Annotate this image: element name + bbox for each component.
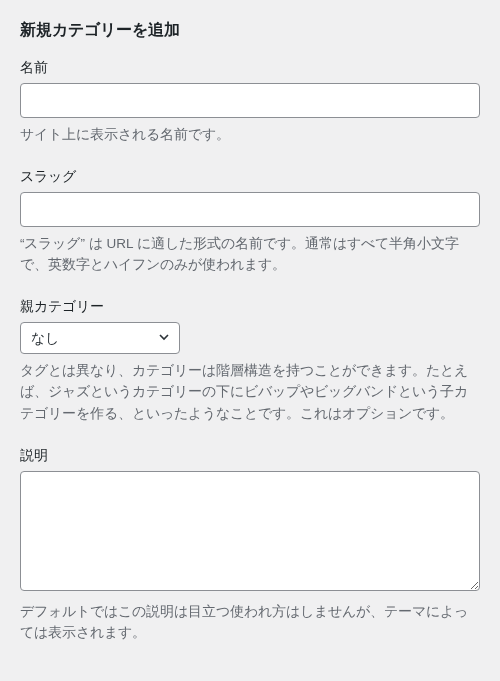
parent-select-wrap: なし [20,322,180,354]
add-category-form: 新規カテゴリーを追加 名前 サイト上に表示される名前です。 スラッグ “スラッグ… [0,0,500,681]
form-title: 新規カテゴリーを追加 [20,20,480,41]
description-description: デフォルトではこの説明は目立つ使われ方はしませんが、テーマによっては表示されます… [20,601,480,644]
description-field: 説明 デフォルトではこの説明は目立つ使われ方はしませんが、テーマによっては表示さ… [20,447,480,644]
slug-description: “スラッグ” は URL に適した形式の名前です。通常はすべて半角小文字で、英数… [20,233,480,276]
parent-select[interactable]: なし [20,322,180,354]
parent-field: 親カテゴリー なし タグとは異なり、カテゴリーは階層構造を持つことができます。た… [20,298,480,425]
slug-label: スラッグ [20,168,480,186]
name-label: 名前 [20,59,480,77]
name-field: 名前 サイト上に表示される名前です。 [20,59,480,146]
parent-description: タグとは異なり、カテゴリーは階層構造を持つことができます。たとえば、ジャズという… [20,360,480,425]
parent-label: 親カテゴリー [20,298,480,316]
name-input[interactable] [20,83,480,118]
slug-input[interactable] [20,192,480,227]
description-label: 説明 [20,447,480,465]
slug-field: スラッグ “スラッグ” は URL に適した形式の名前です。通常はすべて半角小文… [20,168,480,276]
name-description: サイト上に表示される名前です。 [20,124,480,146]
description-textarea[interactable] [20,471,480,591]
